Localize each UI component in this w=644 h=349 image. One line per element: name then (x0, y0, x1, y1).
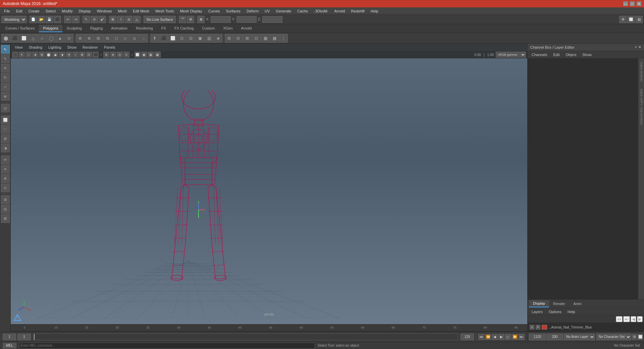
timeline-bar[interactable] (34, 334, 458, 340)
tab-polygons[interactable]: Polygons (39, 25, 62, 32)
insert-edge-icon-btn[interactable]: ⊟ (186, 34, 195, 43)
menu-display[interactable]: Display (76, 8, 94, 14)
paint-button[interactable]: 🖌 (99, 16, 106, 23)
menu-3dto-all[interactable]: -3DtoAll- (311, 8, 331, 14)
cylinder-icon-btn[interactable]: ⬜ (19, 34, 28, 43)
tab-fx-caching[interactable]: FX Caching (170, 25, 198, 32)
current-frame-input[interactable] (17, 334, 31, 340)
menu-deform[interactable]: Deform (244, 8, 261, 14)
char-set-btn-1[interactable]: ⚙ (632, 334, 637, 340)
channels-menu-show[interactable]: Show (580, 52, 594, 57)
boolean-diff-icon-btn[interactable]: ⊟ (234, 34, 243, 43)
layer-icon-1[interactable]: ⏮ (616, 316, 623, 322)
layer-icon-2[interactable]: ⏭ (623, 316, 630, 322)
snap-grid-button[interactable]: ⊞ (109, 16, 116, 23)
char-set-btn-2[interactable]: ⬜ (638, 334, 643, 340)
vp-tb-cam[interactable]: 🎥 (12, 52, 18, 58)
bridge-icon-btn[interactable]: ⬛ (159, 34, 168, 43)
vp-tb-t2[interactable]: ▣ (141, 52, 147, 58)
select-tool-button[interactable]: ↖ (83, 16, 90, 23)
channels-menu-channels[interactable]: Channels (529, 52, 550, 57)
channels-menu-edit[interactable]: Edit (550, 52, 562, 57)
expand-button[interactable]: ⬜ (627, 16, 635, 23)
channel-box-expand-btn[interactable]: + (635, 45, 637, 49)
vp-tb-t4[interactable]: ▩ (155, 52, 161, 58)
tab-fx[interactable]: FX (157, 25, 170, 32)
vp-tb-sel2[interactable]: ◈ (32, 52, 38, 58)
boolean-inter-icon-btn[interactable]: ⊠ (243, 34, 252, 43)
vp-tb-t1[interactable]: ⬜ (135, 52, 141, 58)
mel-tab[interactable]: MEL (3, 343, 16, 349)
menu-generate[interactable]: Generate (273, 8, 294, 14)
freeze-btn[interactable]: ❄ (1, 174, 10, 183)
viewport[interactable]: View Shading Lighting Show Renderer Pane… (11, 44, 527, 324)
menu-surfaces[interactable]: Surfaces (223, 8, 243, 14)
separate-icon-btn[interactable]: ⊗ (85, 34, 94, 43)
lasso-button[interactable]: ⊙ (91, 16, 98, 23)
show-all-btn[interactable]: ⊞ (1, 134, 10, 143)
redo-button[interactable]: ↪ (72, 16, 79, 23)
vp-tb-shade1[interactable]: ⬤ (46, 52, 52, 58)
triangulate-icon-btn[interactable]: ▷ (121, 34, 130, 43)
slide-icon-btn[interactable]: ▧ (205, 34, 213, 43)
prism-icon-btn[interactable]: ▲ (56, 34, 64, 43)
torus-icon-btn[interactable]: ◯ (47, 34, 55, 43)
quad-icon-btn[interactable]: ⧈ (130, 34, 139, 43)
save-file-button[interactable]: 💾 (46, 16, 53, 23)
pb-back1[interactable]: ◀ (492, 334, 498, 340)
boolean4-icon-btn[interactable]: ▩ (270, 34, 279, 43)
transform-button[interactable]: ⊠ (197, 16, 205, 23)
minimize-button[interactable]: — (623, 1, 628, 6)
workspace-dropdown[interactable]: Modeling (1, 16, 26, 23)
pb-start[interactable]: ⏮ (478, 334, 484, 340)
fill-hole-icon-btn[interactable]: ⊞ (94, 34, 103, 43)
tab-animation[interactable]: Animation (107, 25, 131, 32)
menu-edit-mesh[interactable]: Edit Mesh (130, 8, 152, 14)
smooth-icon-btn[interactable]: ◻ (112, 34, 121, 43)
pb-next[interactable]: ⏩ (512, 334, 518, 340)
boolean2-icon-btn[interactable]: ⊡ (252, 34, 261, 43)
hide-last-btn[interactable]: □ (1, 125, 10, 134)
menu-uv[interactable]: UV (262, 8, 272, 14)
center-pivot-btn[interactable]: ⊙ (1, 184, 10, 192)
show-manip-btn[interactable]: ⬜ (1, 115, 10, 124)
vp-menu-shading[interactable]: Shading (26, 45, 45, 50)
tab-anim[interactable]: Anim (569, 300, 586, 307)
vp-tb-r1[interactable]: ⊕ (103, 52, 109, 58)
pb-end[interactable]: ⏭ (519, 334, 525, 340)
menu-edit[interactable]: Edit (13, 8, 25, 14)
pb-fwd1[interactable]: ▷ (505, 334, 511, 340)
menu-curves[interactable]: Curves (206, 8, 223, 14)
settings-button[interactable]: ⚙ (619, 16, 627, 23)
gamma-dropdown[interactable]: sRGB gamma (496, 52, 526, 58)
history-btn[interactable]: ⟳ (1, 155, 10, 164)
menu-create[interactable]: Create (26, 8, 42, 14)
move-btn[interactable]: ✛ (1, 64, 10, 72)
char-set-select[interactable]: No Character Set (596, 334, 631, 340)
layer-opt-help[interactable]: Help (565, 309, 578, 314)
menu-redshift[interactable]: Redshift (348, 8, 367, 14)
options-btn[interactable]: ⚙ (1, 195, 10, 204)
layer-opt-layers[interactable]: Layers (529, 309, 545, 314)
tab-render[interactable]: Render (549, 300, 569, 307)
tab-custom[interactable]: Custom (198, 25, 219, 32)
tab-arnold[interactable]: Arnold (237, 25, 256, 32)
layer-color-swatch[interactable] (542, 325, 547, 330)
menu-mesh-tools[interactable]: Mesh Tools (153, 8, 176, 14)
vp-tb-sel1[interactable]: □ (25, 52, 32, 58)
undo-button[interactable]: ↩ (64, 16, 71, 23)
paint-select-btn[interactable]: ✎ (1, 54, 10, 63)
snap-mag-btn[interactable]: ⊠ (1, 214, 10, 223)
render-settings-button[interactable]: ⚙ (187, 16, 194, 23)
delete-history-btn[interactable]: ✕ (1, 165, 10, 173)
snap-surface-button[interactable]: △ (133, 16, 141, 23)
maximize-button[interactable]: □ (630, 1, 635, 6)
channels-menu-object[interactable]: Object (563, 52, 579, 57)
channel-box-close-btn[interactable]: ✕ (638, 45, 641, 49)
snap-live-btn[interactable]: ⊟ (1, 205, 10, 213)
vp-tb-sub[interactable]: ⬛ (93, 52, 99, 58)
tab-curves-surfaces[interactable]: Curves / Surfaces (1, 25, 39, 32)
vp-tb-t3[interactable]: ▦ (148, 52, 154, 58)
offset-edge-icon-btn[interactable]: ▣ (196, 34, 204, 43)
tab-xgen[interactable]: XGen (219, 25, 236, 32)
